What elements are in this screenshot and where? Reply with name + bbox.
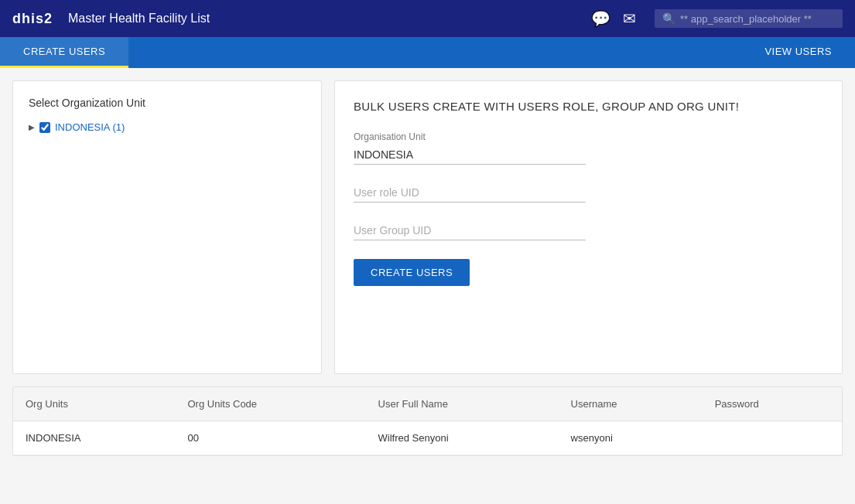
- cell-full-name: Wilfred Senyoni: [366, 421, 559, 455]
- search-input[interactable]: [680, 13, 835, 25]
- app-header: dhis2 Master Health Facility List 💬 ✉ 🔍: [0, 0, 855, 37]
- main-content: Select Organization Unit ▶ INDONESIA (1)…: [0, 68, 855, 468]
- org-unit-panel-title: Select Organization Unit: [29, 97, 306, 109]
- user-group-input[interactable]: [354, 221, 586, 240]
- col-org-units: Org Units: [13, 387, 175, 421]
- nav-view-users-label: VIEW USERS: [764, 46, 832, 57]
- create-users-button-label: CREATE USERS: [371, 267, 453, 278]
- table-header-row: Org Units Org Units Code User Full Name …: [13, 387, 842, 421]
- tree-node-label[interactable]: INDONESIA (1): [55, 121, 125, 133]
- cell-org-unit: INDONESIA: [13, 421, 175, 455]
- users-table-panel: Org Units Org Units Code User Full Name …: [12, 387, 843, 456]
- nav-create-users-label: CREATE USERS: [23, 46, 105, 57]
- cell-code: 00: [175, 421, 365, 455]
- chat-icon[interactable]: 💬: [591, 9, 610, 28]
- create-users-button[interactable]: CREATE USERS: [354, 259, 470, 286]
- bulk-create-title: BULK USERS CREATE WITH USERS ROLE, GROUP…: [354, 100, 823, 113]
- tree-checkbox[interactable]: [39, 122, 50, 133]
- org-unit-panel: Select Organization Unit ▶ INDONESIA (1): [12, 80, 322, 374]
- tree-arrow-icon: ▶: [29, 123, 35, 131]
- users-table: Org Units Org Units Code User Full Name …: [13, 387, 842, 455]
- main-navbar: CREATE USERS VIEW USERS: [0, 37, 855, 68]
- col-password: Password: [703, 387, 842, 421]
- user-group-field-group: [354, 221, 823, 240]
- nav-view-users[interactable]: VIEW USERS: [741, 37, 855, 68]
- app-title: Master Health Facility List: [68, 12, 591, 26]
- nav-spacer: [128, 37, 741, 68]
- app-logo: dhis2: [12, 11, 53, 27]
- mail-icon[interactable]: ✉: [623, 9, 636, 28]
- org-unit-field-group: Organisation Unit: [354, 131, 823, 165]
- cell-username: wsenyoni: [559, 421, 703, 455]
- top-panels: Select Organization Unit ▶ INDONESIA (1)…: [12, 80, 843, 374]
- nav-create-users[interactable]: CREATE USERS: [0, 37, 128, 68]
- org-unit-field-label: Organisation Unit: [354, 131, 823, 142]
- tree-item: ▶ INDONESIA (1): [29, 121, 306, 133]
- table-row: INDONESIA 00 Wilfred Senyoni wsenyoni: [13, 421, 842, 455]
- user-role-field-group: [354, 183, 823, 203]
- search-bar[interactable]: 🔍: [655, 9, 843, 28]
- user-role-input[interactable]: [354, 183, 586, 203]
- search-icon: 🔍: [662, 12, 675, 25]
- cell-password: [703, 421, 842, 455]
- col-username: Username: [559, 387, 703, 421]
- header-icons: 💬 ✉ 🔍: [591, 9, 843, 28]
- col-user-full-name: User Full Name: [366, 387, 559, 421]
- col-org-units-code: Org Units Code: [175, 387, 365, 421]
- bulk-create-panel: BULK USERS CREATE WITH USERS ROLE, GROUP…: [334, 80, 843, 374]
- org-unit-input[interactable]: [354, 145, 586, 165]
